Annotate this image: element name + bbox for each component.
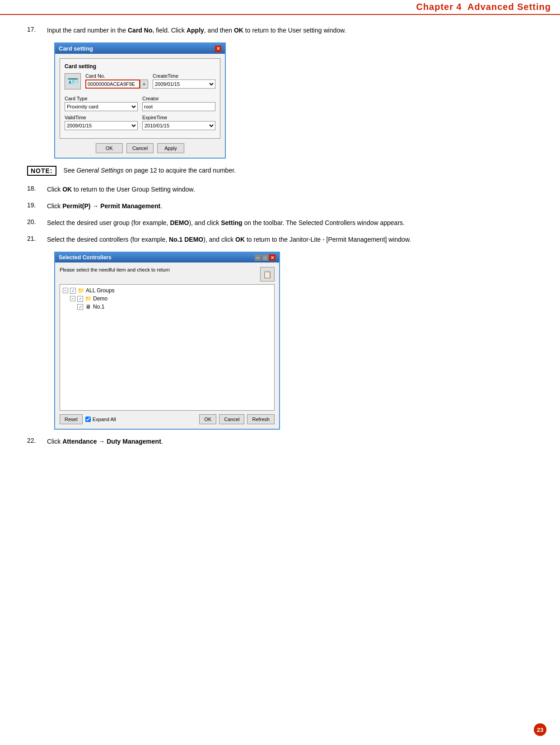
dialog2-buttons: Reset Expand All OK Cancel Refresh	[60, 414, 275, 424]
card-no-input-group: +	[85, 80, 148, 89]
create-time-field: CreateTime 2009/01/15	[153, 73, 215, 89]
tree-folder-icon-demo: 📁	[85, 295, 91, 302]
page-number: 23	[534, 723, 546, 736]
step20-setting-bold: Setting	[221, 219, 242, 226]
expand-all-label: Expand All	[93, 417, 116, 422]
card-no-field: Card No. +	[85, 73, 148, 89]
selected-controllers-dialog: Selected Controllers − □ ✕ Please select…	[54, 252, 280, 430]
creator-label: Creator	[142, 96, 215, 101]
dialog2-max-icon[interactable]: □	[262, 254, 268, 261]
note-label: NOTE:	[27, 166, 56, 176]
tree-checkbox-allgroups[interactable]: ✓	[70, 288, 76, 294]
dialog-cancel-button[interactable]: Cancel	[126, 143, 154, 153]
dialog2-ok-button[interactable]: OK	[199, 414, 216, 424]
step-21-text: Select the desired controllers (for exam…	[47, 235, 411, 244]
dialog-title: Card setting	[59, 45, 93, 52]
dialog2-body: Please select the needful item and check…	[55, 262, 279, 429]
card-no-input[interactable]	[85, 80, 140, 89]
dialog-inner: Card setting 🪪 Card No. +	[60, 58, 220, 139]
step22-arrow: →	[98, 438, 105, 445]
create-time-label: CreateTime	[153, 73, 215, 79]
dialog-titlebar: Card setting ✕	[55, 43, 225, 54]
chapter-num: Chapter 4	[416, 2, 462, 12]
expand-all-checkbox[interactable]	[85, 417, 91, 422]
step-19-text: Click Permit(P) → Permit Management.	[47, 201, 162, 211]
step19-arrow: →	[92, 202, 98, 210]
step21-ok-bold: OK	[235, 236, 245, 243]
valid-time-select[interactable]: 2009/01/15	[65, 121, 138, 130]
dialog-row-top: 🪪 Card No. +	[65, 73, 215, 92]
controllers-tree-list: − ✓ 📁 ALL Groups − ✓ 📁 Demo ✓	[60, 284, 275, 411]
step-20-num: 20.	[27, 218, 43, 225]
create-time-select[interactable]: 2009/01/15	[153, 80, 215, 89]
ok-bold: OK	[234, 27, 243, 34]
dialog2-toolbar-icon[interactable]: 📋	[260, 267, 275, 281]
tree-expand-demo[interactable]: −	[70, 296, 75, 301]
dialog-row-valid-expire: ValidTime 2009/01/15 ExpireTime 2010/01/…	[65, 115, 215, 130]
dialog2-reset-button[interactable]: Reset	[60, 414, 83, 424]
expire-time-label: ExpireTime	[142, 115, 215, 120]
main-content: 17. Input the card number in the Card No…	[0, 15, 560, 472]
expire-time-select[interactable]: 2010/01/15	[142, 121, 215, 130]
tree-label-demo: Demo	[93, 295, 107, 302]
creator-input[interactable]	[142, 102, 215, 111]
note-italic: General Settings	[76, 167, 123, 174]
card-type-label: Card Type	[65, 96, 138, 101]
dialog-row-cardtype-creator: Card Type Proximity card Creator	[65, 96, 215, 111]
step19-permit-mgmt-bold: Permit Management	[100, 202, 160, 210]
dialog-titlebar-icons: ✕	[215, 46, 221, 52]
step-18: 18. Click OK to return to the User Group…	[27, 185, 533, 194]
dialog-body: Card setting 🪪 Card No. +	[55, 54, 225, 158]
expand-all-check: Expand All	[85, 417, 116, 422]
note-box: NOTE: See General Settings on page 12 to…	[27, 166, 533, 176]
dialog2-close-icon[interactable]: ✕	[269, 254, 275, 261]
dialog2-titlebar: Selected Controllers − □ ✕	[55, 253, 279, 262]
tree-folder-icon-allgroups: 📁	[78, 287, 84, 294]
card-setting-screenshot: Card setting ✕ Card setting 🪪 Card No.	[54, 42, 533, 159]
chapter-title: Chapter 4 Advanced Setting	[416, 2, 551, 12]
step22-duty-bold: Duty Management	[107, 438, 161, 445]
dialog2-cancel-button[interactable]: Cancel	[219, 414, 244, 424]
card-icon: 🪪	[65, 73, 81, 89]
dialog2-titlebar-icons: − □ ✕	[255, 254, 275, 261]
dialog-apply-button[interactable]: Apply	[157, 143, 184, 153]
dialog-ok-button[interactable]: OK	[96, 143, 123, 153]
dialog2-subtitle: Please select the needful item and check…	[60, 267, 170, 272]
step-19-num: 19.	[27, 201, 43, 209]
step-21: 21. Select the desired controllers (for …	[27, 235, 533, 244]
expire-time-field: ExpireTime 2010/01/15	[142, 115, 215, 130]
tree-label-no1: No.1	[93, 304, 104, 310]
card-no-label: Card No.	[85, 73, 148, 79]
valid-time-label: ValidTime	[65, 115, 138, 120]
tree-item-no1[interactable]: ✓ 🖥 No.1	[77, 304, 271, 310]
step-17: 17. Input the card number in the Card No…	[27, 26, 533, 35]
step-20-text: Select the desired user group (for examp…	[47, 218, 405, 228]
step-22-num: 22.	[27, 437, 43, 444]
tree-expand-allgroups[interactable]: −	[63, 288, 68, 293]
card-type-select[interactable]: Proximity card	[65, 102, 138, 111]
tree-checkbox-demo[interactable]: ✓	[77, 296, 83, 302]
step22-attendance-bold: Attendance	[62, 438, 97, 445]
chapter-name: Advanced Setting	[467, 2, 551, 12]
card-no-add-btn[interactable]: +	[140, 80, 148, 89]
selected-controllers-screenshot: Selected Controllers − □ ✕ Please select…	[54, 252, 533, 430]
step-22: 22. Click Attendance → Duty Management.	[27, 437, 533, 446]
card-setting-dialog: Card setting ✕ Card setting 🪪 Card No.	[54, 42, 226, 159]
dialog-buttons: OK Cancel Apply	[60, 143, 220, 153]
dialog-close-icon[interactable]: ✕	[215, 46, 221, 52]
tree-item-allgroups[interactable]: − ✓ 📁 ALL Groups	[63, 287, 271, 294]
tree-checkbox-no1[interactable]: ✓	[77, 304, 83, 310]
step18-ok-bold: OK	[62, 186, 72, 193]
valid-time-field: ValidTime 2009/01/15	[65, 115, 138, 130]
page-header: Chapter 4 Advanced Setting	[0, 0, 560, 15]
tree-label-allgroups: ALL Groups	[86, 287, 115, 294]
dialog2-min-icon[interactable]: −	[255, 254, 261, 261]
step19-permit-bold: Permit(P)	[62, 202, 90, 210]
apply-bold: Apply	[187, 27, 204, 34]
dialog2-title: Selected Controllers	[59, 254, 112, 261]
card-type-field: Card Type Proximity card	[65, 96, 138, 111]
tree-item-demo[interactable]: − ✓ 📁 Demo	[70, 295, 271, 302]
dialog2-refresh-button[interactable]: Refresh	[247, 414, 275, 424]
step20-demo-bold: DEMO	[170, 219, 189, 226]
step-18-text: Click OK to return to the User Group Set…	[47, 185, 195, 194]
